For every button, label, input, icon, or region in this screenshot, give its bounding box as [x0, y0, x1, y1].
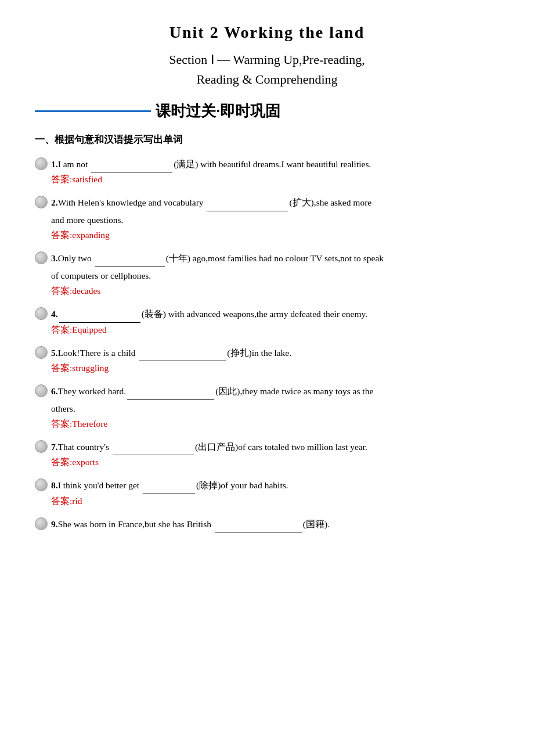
question-1: 1.I am not (满足) with beautiful dreams.I … [35, 156, 499, 186]
q5-text: 5.Look!There is a child (挣扎)in the lake. [51, 344, 499, 361]
q8-answer: 答案:rid [51, 495, 499, 507]
part1-label: 一、根据句意和汉语提示写出单词 [35, 133, 499, 146]
q6-answer: 答案:Therefore [51, 418, 499, 430]
q4-text: 4.(装备) with advanced weapons,the army de… [51, 305, 499, 322]
q9-text: 9.She was born in France,but she has Bri… [51, 516, 499, 532]
question-3: 3.Only two (十年) ago,most families had no… [35, 250, 499, 297]
q3-text: 3.Only two (十年) ago,most families had no… [51, 250, 499, 267]
q5-icon [35, 346, 48, 359]
banner: 课时过关·即时巩固 [35, 101, 499, 121]
q3-continuation: of computers or cellphones. [51, 267, 499, 284]
question-7: 7.That country's (出口产品)of cars totaled t… [35, 438, 499, 469]
q7-text: 7.That country's (出口产品)of cars totaled t… [51, 438, 499, 455]
q2-icon [35, 196, 48, 208]
section-line1: Section Ⅰ — Warming Up,Pre-reading, [35, 52, 499, 67]
q3-answer: 答案:decades [51, 285, 499, 297]
q6-icon [35, 384, 48, 397]
q9-icon [35, 517, 48, 530]
question-2: 2.With Helen's knowledge and vocabulary … [35, 194, 499, 242]
q5-answer: 答案:struggling [51, 362, 499, 375]
q4-answer: 答案:Equipped [51, 324, 499, 336]
q8-icon [35, 478, 48, 491]
q6-continuation: others. [51, 400, 499, 417]
question-4: 4.(装备) with advanced weapons,the army de… [35, 305, 499, 336]
q7-answer: 答案:exports [51, 456, 499, 469]
q4-icon [35, 307, 48, 320]
question-6: 6.They worked hard.(因此),they made twice … [35, 383, 499, 430]
q1-answer: 答案:satisfied [51, 174, 499, 186]
q1-text: 1.I am not (满足) with beautiful dreams.I … [51, 156, 499, 172]
question-5: 5.Look!There is a child (挣扎)in the lake.… [35, 344, 499, 375]
q6-text: 6.They worked hard.(因此),they made twice … [51, 383, 499, 399]
question-8: 8.I think you'd better get (除掉)of your b… [35, 477, 499, 507]
q1-icon [35, 157, 48, 170]
q2-text: 2.With Helen's knowledge and vocabulary … [51, 194, 499, 211]
banner-decoration [35, 110, 151, 112]
q8-text: 8.I think you'd better get (除掉)of your b… [51, 477, 499, 494]
section-line2: Reading & Comprehending [35, 72, 499, 87]
banner-text: 课时过关·即时巩固 [156, 101, 280, 121]
q3-icon [35, 251, 48, 264]
q2-continuation: and more questions. [51, 211, 499, 228]
q2-answer: 答案:expanding [51, 229, 499, 242]
q7-icon [35, 440, 48, 453]
page-title: Unit 2 Working the land [35, 23, 499, 42]
question-9: 9.She was born in France,but she has Bri… [35, 516, 499, 532]
